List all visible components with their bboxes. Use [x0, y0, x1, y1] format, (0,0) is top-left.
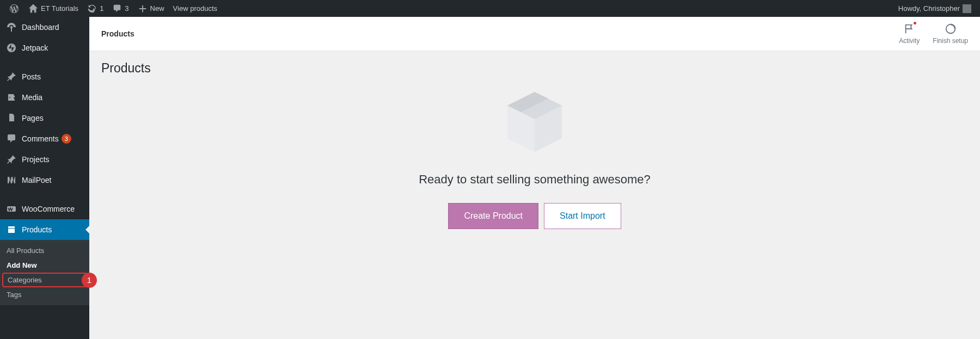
- submenu-add-new[interactable]: Add New: [0, 258, 89, 273]
- submenu-label: Categories: [8, 276, 42, 284]
- menu-label: Jetpack: [22, 44, 48, 52]
- submenu-all-products[interactable]: All Products: [0, 243, 89, 258]
- menu-label: Posts: [22, 72, 41, 81]
- products-icon: [5, 224, 17, 236]
- new-label: New: [150, 4, 164, 13]
- updates-count: 1: [100, 4, 103, 13]
- sidebar-item-jetpack[interactable]: Jetpack: [0, 38, 89, 58]
- sidebar-item-projects[interactable]: Projects: [0, 149, 89, 170]
- mailpoet-icon: [5, 174, 17, 186]
- sidebar-item-woocommerce[interactable]: WooCommerce: [0, 199, 89, 219]
- flag-icon: [903, 23, 915, 35]
- products-submenu: All Products Add New Categories 1 Tags: [0, 240, 89, 305]
- sidebar-item-mailpoet[interactable]: MailPoet: [0, 170, 89, 190]
- submenu-label: Add New: [7, 261, 37, 269]
- plus-icon: [138, 4, 148, 14]
- menu-label: WooCommerce: [22, 205, 75, 213]
- admin-sidebar: Dashboard Jetpack Posts Media Pages Comm…: [0, 17, 89, 339]
- pin-icon: [5, 71, 17, 83]
- submenu-label: All Products: [7, 246, 44, 255]
- start-import-button[interactable]: Start Import: [544, 203, 621, 229]
- create-product-button[interactable]: Create Product: [448, 203, 538, 229]
- sidebar-item-pages[interactable]: Pages: [0, 108, 89, 128]
- sidebar-item-posts[interactable]: Posts: [0, 66, 89, 87]
- greeting-text: Howdy, Christopher: [898, 4, 960, 13]
- comments-badge: 3: [62, 134, 71, 144]
- my-account-menu[interactable]: Howdy, Christopher: [894, 0, 976, 17]
- menu-label: Products: [22, 225, 52, 234]
- comments-menu[interactable]: 3: [108, 0, 133, 17]
- dashboard-icon: [5, 21, 17, 33]
- package-icon: [502, 87, 567, 159]
- sidebar-item-media[interactable]: Media: [0, 87, 89, 108]
- avatar: [963, 4, 971, 13]
- svg-point-0: [10, 26, 13, 28]
- menu-label: Comments: [22, 134, 59, 143]
- page-title: Products: [101, 61, 968, 76]
- content-header: Products Activity Finish setup: [89, 17, 980, 51]
- submenu-tags[interactable]: Tags: [0, 287, 89, 302]
- activity-button[interactable]: Activity: [899, 23, 920, 45]
- menu-label: Media: [22, 93, 42, 102]
- content-area: Products Activity Finish setup Products: [89, 17, 980, 339]
- finish-setup-button[interactable]: Finish setup: [933, 23, 968, 45]
- submenu-label: Tags: [7, 291, 21, 299]
- wordpress-icon: [9, 3, 20, 14]
- updates-menu[interactable]: 1: [83, 0, 108, 17]
- woocommerce-icon: [5, 203, 17, 215]
- site-name-menu[interactable]: ET Tutorials: [24, 0, 83, 17]
- progress-icon: [945, 23, 957, 35]
- sidebar-item-dashboard[interactable]: Dashboard: [0, 17, 89, 38]
- sidebar-item-comments[interactable]: Comments 3: [0, 128, 89, 149]
- menu-label: Pages: [22, 114, 44, 122]
- pages-icon: [5, 112, 17, 124]
- home-icon: [28, 4, 38, 14]
- comments-icon: [112, 4, 122, 14]
- new-content-menu[interactable]: New: [133, 0, 169, 17]
- submenu-categories[interactable]: Categories 1: [2, 273, 87, 287]
- pin-icon: [5, 153, 17, 165]
- sidebar-item-products[interactable]: Products: [0, 219, 89, 240]
- comments-count: 3: [125, 4, 128, 13]
- menu-label: Dashboard: [22, 23, 59, 32]
- breadcrumb: Products: [101, 29, 134, 38]
- menu-label: MailPoet: [22, 176, 51, 184]
- view-products-link[interactable]: View products: [169, 0, 222, 17]
- jetpack-icon: [5, 42, 17, 54]
- wp-logo-menu[interactable]: [4, 0, 24, 17]
- site-name-label: ET Tutorials: [41, 4, 78, 13]
- updates-icon: [87, 4, 97, 14]
- admin-bar: ET Tutorials 1 3 New View products Howdy…: [0, 0, 980, 17]
- view-products-label: View products: [173, 4, 217, 13]
- comments-icon: [5, 133, 17, 145]
- finish-setup-label: Finish setup: [933, 37, 968, 45]
- activity-label: Activity: [899, 37, 920, 45]
- media-icon: [5, 91, 17, 103]
- empty-state: Ready to start selling something awesome…: [101, 87, 968, 229]
- menu-label: Projects: [22, 155, 50, 164]
- svg-point-1: [7, 44, 16, 52]
- empty-heading: Ready to start selling something awesome…: [101, 172, 968, 187]
